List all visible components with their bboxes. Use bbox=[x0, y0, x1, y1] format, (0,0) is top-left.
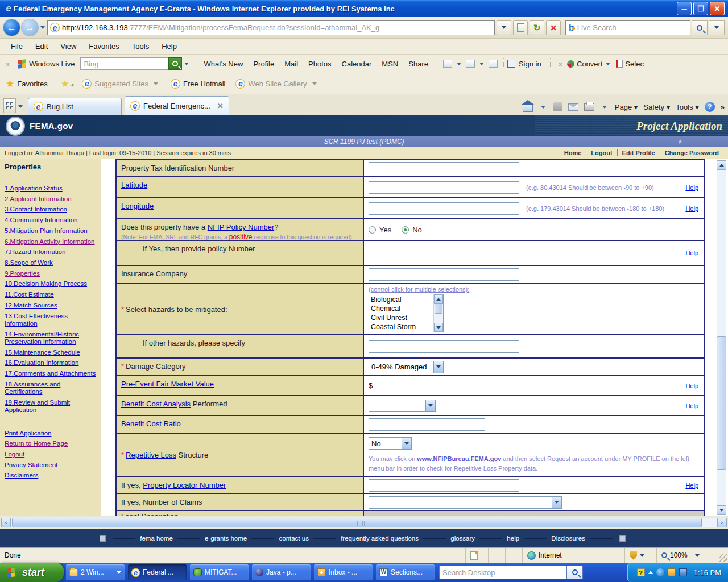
stop-button[interactable]: ✕ bbox=[546, 20, 561, 35]
header-link-home[interactable]: Home bbox=[560, 149, 586, 156]
tab-list-dropdown-icon[interactable] bbox=[18, 105, 23, 108]
favorites-star-icon[interactable]: ★ bbox=[6, 78, 14, 90]
nfip-no-radio[interactable] bbox=[402, 226, 409, 234]
rss-feed-icon[interactable] bbox=[553, 102, 562, 111]
sidebar-item-2-applicant-information[interactable]: 2.Applicant Information bbox=[5, 196, 96, 203]
sidebar-item-12-match-sources[interactable]: 12.Match Sources bbox=[5, 302, 96, 309]
print-dropdown-icon[interactable] bbox=[602, 106, 607, 109]
longitude-link[interactable]: Longitude bbox=[121, 202, 154, 210]
tab-bug-list[interactable]: e Bug List bbox=[28, 98, 122, 115]
vertical-scrollbar[interactable] bbox=[717, 160, 726, 515]
outlook-reminder-icon[interactable] bbox=[668, 568, 676, 576]
sidebar-item-19-review-and-submit-application[interactable]: 19.Review and Submit Application bbox=[5, 399, 96, 414]
live-menu-mail[interactable]: Mail bbox=[279, 60, 303, 68]
history-dropdown-icon[interactable] bbox=[40, 26, 45, 29]
translate-tool-icon[interactable] bbox=[489, 60, 498, 68]
bing-search-button[interactable] bbox=[168, 57, 182, 70]
start-button[interactable]: start bbox=[0, 563, 64, 582]
hazard-option-biological[interactable]: Biological bbox=[371, 295, 432, 304]
add-favorite-icon[interactable]: ★➜ bbox=[61, 78, 75, 90]
vertical-scroll-thumb[interactable] bbox=[717, 336, 726, 470]
sidebar-item-17-comments-and-attachments[interactable]: 17.Comments and Attachments bbox=[5, 370, 96, 377]
tab-federal-emergency[interactable]: e Federal Emergenc... ✕ bbox=[125, 96, 229, 115]
scroll-up-button[interactable] bbox=[717, 160, 726, 170]
hazards-listbox[interactable]: BiologicalChemicalCivil UnrestCoastal St… bbox=[369, 294, 444, 332]
sidebar-item-13-cost-effectiveness-information[interactable]: 13.Cost Effectiveness Information bbox=[5, 313, 96, 327]
safety-menu-button[interactable]: Safety ▾ bbox=[643, 103, 670, 111]
free-hotmail-button[interactable]: e Free Hotmail bbox=[166, 79, 230, 89]
live-menu-what-s-new[interactable]: What's New bbox=[198, 60, 248, 68]
dropdown-arrow-icon[interactable] bbox=[433, 361, 443, 373]
refresh-button[interactable]: ↻ bbox=[530, 20, 544, 35]
ptin-input[interactable] bbox=[369, 162, 519, 174]
show-hidden-icons-icon[interactable] bbox=[648, 571, 653, 574]
footer-link-fema-home[interactable]: fema home bbox=[136, 535, 176, 542]
claims-select[interactable] bbox=[369, 496, 562, 509]
hazard-option-coastal-storm[interactable]: Coastal Storm bbox=[371, 322, 432, 331]
search-options-button[interactable] bbox=[709, 20, 725, 35]
tools-menu-button[interactable]: Tools ▾ bbox=[676, 103, 699, 111]
sidebar-link-return-to-home-page[interactable]: Return to Home Page bbox=[5, 440, 96, 447]
mail-icon[interactable] bbox=[568, 103, 578, 111]
longitude-help-link[interactable]: Help bbox=[685, 205, 698, 212]
nfip-yes-radio[interactable] bbox=[369, 226, 376, 234]
sidebar-item-6-mitigation-activity-information[interactable]: 6.Mitigation Activity Information bbox=[5, 238, 96, 246]
search-desktop-input[interactable]: Search Desktop bbox=[439, 566, 567, 579]
listbox-scrollbar[interactable] bbox=[433, 294, 443, 332]
print-icon[interactable] bbox=[584, 103, 594, 111]
hazard-option-chemical[interactable]: Chemical bbox=[371, 304, 432, 313]
taskbar-button-inbox-[interactable]: Inbox - ... bbox=[314, 564, 373, 580]
photos-dropdown-icon[interactable] bbox=[457, 63, 461, 65]
scroll-down-button[interactable] bbox=[717, 505, 726, 515]
repetitive-loss-select[interactable]: No bbox=[369, 437, 412, 450]
web-slice-gallery-button[interactable]: e Web Slice Gallery bbox=[230, 79, 324, 89]
horizontal-scroll-thumb[interactable] bbox=[12, 518, 702, 527]
menu-edit[interactable]: Edit bbox=[29, 40, 54, 52]
addon-close-icon[interactable]: x bbox=[559, 60, 562, 68]
sidebar-item-8-scope-of-work[interactable]: 8.Scope of Work bbox=[5, 259, 96, 267]
convert-dropdown-icon[interactable] bbox=[606, 63, 610, 65]
taskbar-button-sections-[interactable]: WSections... bbox=[376, 564, 435, 580]
nfip-bureau-link[interactable]: www.NFIPBureau.FEMA.gov bbox=[417, 455, 501, 462]
sidebar-item-11-cost-estimate[interactable]: 11.Cost Estimate bbox=[5, 291, 96, 298]
fmv-input[interactable] bbox=[375, 380, 460, 392]
search-go-button[interactable] bbox=[692, 20, 708, 35]
footer-link-disclosures[interactable]: Disclosures bbox=[548, 535, 588, 542]
menu-help[interactable]: Help bbox=[155, 40, 183, 52]
bing-search-input[interactable]: Bing bbox=[80, 57, 168, 70]
select-button[interactable]: Selec bbox=[625, 60, 644, 68]
fmv-help-link[interactable]: Help bbox=[685, 383, 698, 389]
footer-link-frequently-asked-questions[interactable]: frequently asked questions bbox=[337, 535, 422, 542]
sidebar-item-4-community-information[interactable]: 4.Community Information bbox=[5, 217, 96, 224]
scroll-down-icon[interactable] bbox=[434, 323, 443, 332]
header-link-change-password[interactable]: Change Password bbox=[660, 149, 723, 156]
dropdown-arrow-icon[interactable] bbox=[552, 497, 561, 508]
zoom-control[interactable]: 100% bbox=[656, 548, 719, 563]
java-tray-icon[interactable]: ? bbox=[637, 568, 645, 576]
menu-tools[interactable]: Tools bbox=[126, 40, 155, 52]
sidebar-item-5-mitigation-plan-information[interactable]: 5.Mitigation Plan Information bbox=[5, 227, 96, 235]
other-hazards-input[interactable] bbox=[369, 340, 519, 353]
latitude-link[interactable]: Latitude bbox=[121, 181, 147, 189]
footer-link-contact-us[interactable]: contact us bbox=[275, 535, 312, 542]
sidebar-link-print-application[interactable]: Print Application bbox=[5, 430, 96, 437]
home-icon[interactable] bbox=[523, 104, 533, 112]
bca-performed-select[interactable] bbox=[369, 400, 436, 412]
sidebar-item-16-evaluation-information[interactable]: 16.Evaluation Information bbox=[5, 359, 96, 367]
page-menu-button[interactable]: Page ▾ bbox=[615, 103, 638, 111]
sidebar-item-15-maintenance-schedule[interactable]: 15.Maintenance Schedule bbox=[5, 349, 96, 356]
latitude-help-link[interactable]: Help bbox=[685, 184, 698, 191]
photos-tool-icon[interactable] bbox=[443, 60, 452, 68]
sidebar-item-9-properties[interactable]: 9.Properties bbox=[5, 270, 96, 277]
sidebar-item-3-contact-information[interactable]: 3.Contact Information bbox=[5, 206, 96, 213]
live-menu-profile[interactable]: Profile bbox=[248, 60, 279, 68]
bing-options-icon[interactable] bbox=[184, 63, 189, 65]
bca-help-link[interactable]: Help bbox=[685, 402, 698, 409]
latitude-input[interactable] bbox=[369, 181, 519, 194]
dropdown-arrow-icon[interactable] bbox=[425, 400, 435, 411]
nfip-policy-number-link[interactable]: NFIP Policy Number bbox=[208, 223, 275, 231]
resize-grip[interactable] bbox=[719, 554, 727, 562]
damage-category-select[interactable]: 0-49% Damaged bbox=[369, 361, 444, 373]
menu-view[interactable]: View bbox=[54, 40, 82, 52]
taskbar-button-2-win-[interactable]: 2 Win... bbox=[66, 564, 125, 580]
